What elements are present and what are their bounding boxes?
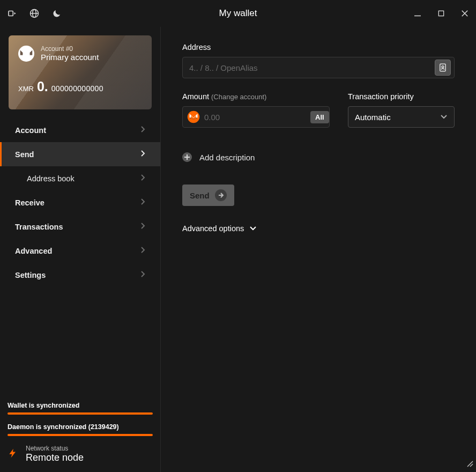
account-number: Account #0 (41, 45, 99, 53)
amount-all-button[interactable]: All (310, 111, 329, 123)
sidebar-item-advanced[interactable]: Advanced (0, 239, 160, 263)
priority-select[interactable]: Automatic (348, 106, 455, 128)
network-status[interactable]: Network status Remote node (8, 445, 153, 463)
chevron-right-icon (140, 126, 145, 135)
wallet-sync-status: Wallet is synchronized (8, 402, 153, 415)
sidebar-item-send[interactable]: Send (0, 142, 160, 166)
sidebar-item-receive[interactable]: Receive (0, 190, 160, 215)
daemon-sync-status: Daemon is synchronized (2139429) (8, 423, 153, 436)
address-input[interactable] (189, 63, 435, 72)
sidebar-item-label: Account (15, 126, 46, 135)
svg-point-6 (442, 66, 444, 68)
send-button[interactable]: Send (182, 185, 234, 206)
window-title: My wallet (219, 8, 257, 19)
close-icon[interactable] (460, 9, 470, 18)
amount-input[interactable] (204, 113, 306, 122)
add-description-button[interactable]: Add description (182, 152, 455, 162)
globe-icon[interactable] (29, 8, 40, 19)
minimize-icon[interactable] (413, 9, 422, 18)
chevron-right-icon (140, 174, 145, 183)
priority-label: Transaction priority (348, 92, 455, 101)
sidebar-item-label: Address book (27, 174, 75, 183)
account-balance: XMR 0. 000000000000 (18, 79, 142, 94)
address-book-button[interactable] (435, 60, 451, 76)
sidebar-item-label: Advanced (15, 247, 52, 255)
network-status-value: Remote node (26, 452, 84, 463)
svg-rect-0 (9, 11, 13, 16)
amount-label: Amount (Change account) (182, 92, 330, 101)
svg-rect-3 (438, 11, 443, 16)
bolt-icon (8, 446, 18, 463)
lock-wallet-icon[interactable] (6, 8, 17, 19)
chevron-right-icon (140, 246, 145, 255)
resize-handle-icon[interactable] (466, 460, 474, 470)
sidebar-item-label: Send (15, 150, 34, 159)
change-account-link[interactable]: (Change account) (211, 93, 266, 101)
monero-icon (187, 110, 200, 123)
sidebar-item-address-book[interactable]: Address book (0, 166, 160, 190)
plus-circle-icon (182, 152, 192, 162)
monero-logo-icon (18, 46, 34, 62)
sidebar-item-settings[interactable]: Settings (0, 263, 160, 287)
advanced-options-toggle[interactable]: Advanced options (182, 224, 455, 233)
chevron-down-icon (249, 224, 257, 233)
send-panel: Address Amount (Change account) All (161, 27, 476, 472)
maximize-icon[interactable] (436, 9, 446, 18)
sidebar-item-account[interactable]: Account (0, 118, 160, 142)
chevron-right-icon (140, 222, 145, 231)
chevron-down-icon (440, 112, 448, 122)
priority-value: Automatic (355, 113, 440, 122)
chevron-right-icon (140, 270, 145, 279)
sidebar: Account #0 Primary account XMR 0. 000000… (0, 27, 161, 472)
sidebar-item-label: Settings (15, 271, 46, 279)
theme-moon-icon[interactable] (51, 8, 62, 19)
account-card[interactable]: Account #0 Primary account XMR 0. 000000… (9, 35, 152, 109)
sidebar-item-label: Receive (15, 198, 44, 207)
account-name: Primary account (41, 53, 99, 62)
address-label: Address (182, 43, 455, 51)
address-input-wrap (182, 57, 455, 78)
add-description-label: Add description (199, 153, 255, 162)
sidebar-item-label: Transactions (15, 223, 63, 231)
arrow-right-circle-icon (215, 189, 227, 201)
network-status-label: Network status (26, 445, 84, 452)
sidebar-item-transactions[interactable]: Transactions (0, 215, 160, 239)
svg-point-7 (188, 111, 200, 123)
chevron-right-icon (140, 198, 145, 207)
chevron-right-icon (140, 150, 145, 159)
